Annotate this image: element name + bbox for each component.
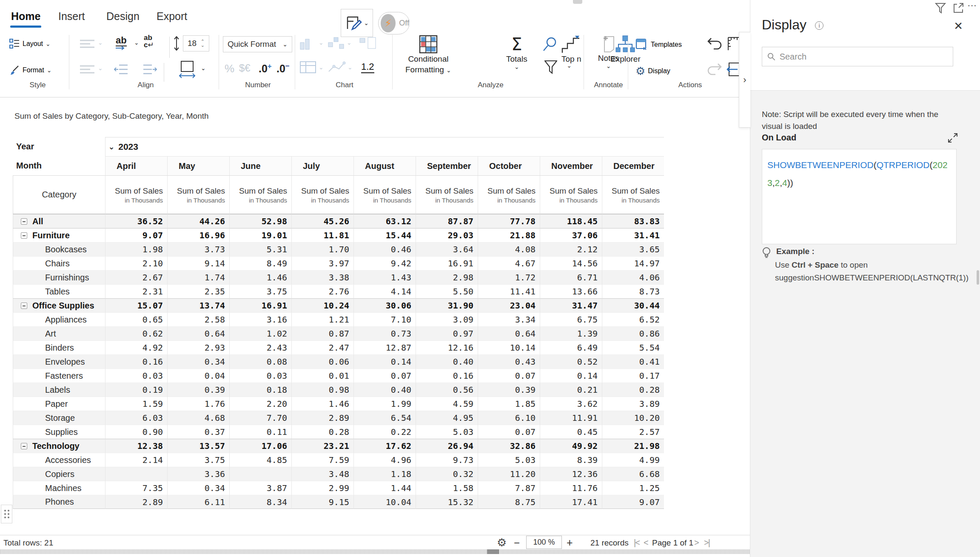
decrease-decimal-icon[interactable]: .0− — [276, 62, 290, 75]
data-cell[interactable]: 1.21 — [291, 312, 353, 326]
last-page-button[interactable]: >| — [704, 538, 709, 548]
zoom-in-button[interactable]: + — [567, 537, 573, 549]
panel-collapse-flap[interactable]: › — [739, 32, 750, 128]
data-cell[interactable]: 17.62 — [353, 439, 416, 453]
year-value-cell[interactable]: ⌄2023 — [105, 137, 664, 156]
data-cell[interactable]: 0.07 — [478, 425, 540, 439]
data-cell[interactable]: 19.01 — [229, 228, 291, 242]
data-cell[interactable]: 3.34 — [478, 312, 540, 326]
conditional-formatting-button[interactable]: Conditional Formatting ⌄ — [405, 35, 451, 75]
data-cell[interactable]: 7.10 — [353, 312, 416, 326]
data-cell[interactable]: 2.76 — [291, 284, 353, 298]
data-cell[interactable]: 5.03 — [416, 425, 478, 439]
data-cell[interactable]: 8.34 — [229, 495, 291, 509]
zoom-out-button[interactable]: − — [514, 537, 520, 549]
visual-drag-handle[interactable] — [1, 505, 12, 523]
data-cell[interactable]: 9.14 — [167, 256, 229, 270]
data-cell[interactable]: 49.92 — [540, 439, 602, 453]
data-cell[interactable]: 1.02 — [229, 326, 291, 340]
indent-increase-icon[interactable] — [142, 64, 157, 75]
row-label[interactable]: Phones — [13, 495, 105, 509]
data-cell[interactable]: 9.07 — [105, 228, 167, 242]
data-cell[interactable]: 0.73 — [353, 326, 416, 340]
data-cell[interactable]: 0.39 — [478, 383, 540, 397]
month-header[interactable]: December — [602, 156, 664, 175]
data-cell[interactable]: 11.81 — [291, 228, 353, 242]
totals-button[interactable]: Σ Totals ⌄ — [506, 35, 527, 69]
data-cell[interactable]: 1.43 — [353, 270, 416, 284]
data-cell[interactable]: 3.36 — [167, 467, 229, 481]
row-label[interactable]: Copiers — [13, 467, 105, 481]
data-cell[interactable]: 0.64 — [478, 326, 540, 340]
spinner-down-icon[interactable]: ⌄ — [201, 43, 205, 47]
data-cell[interactable]: 3.75 — [167, 453, 229, 467]
data-cell[interactable]: 0.07 — [478, 368, 540, 383]
increase-decimal-icon[interactable]: .0+ — [259, 62, 272, 75]
data-cell[interactable]: 8.73 — [602, 284, 664, 298]
cell-width-icon[interactable] — [178, 60, 197, 79]
first-page-button[interactable]: |< — [634, 538, 639, 548]
collapse-minus-icon[interactable] — [21, 232, 27, 239]
data-cell[interactable]: 0.43 — [478, 354, 540, 368]
data-cell[interactable]: 1.25 — [602, 481, 664, 495]
data-cell[interactable]: 1.44 — [353, 481, 416, 495]
data-cell[interactable]: 3.64 — [416, 242, 478, 256]
data-cell[interactable]: 6.54 — [353, 411, 416, 425]
data-cell[interactable]: 2.47 — [291, 340, 353, 354]
row-label[interactable]: Bookcases — [13, 242, 105, 256]
search-input[interactable] — [780, 52, 948, 62]
row-label[interactable]: Technology — [13, 439, 105, 453]
data-cell[interactable]: 9.42 — [353, 256, 416, 270]
data-cell[interactable]: 4.95 — [416, 411, 478, 425]
data-cell[interactable]: 17.41 — [540, 495, 602, 509]
data-cell[interactable]: 3.48 — [291, 467, 353, 481]
data-cell[interactable]: 0.90 — [105, 425, 167, 439]
data-cell[interactable]: 4.92 — [105, 340, 167, 354]
data-cell[interactable]: 6.10 — [478, 411, 540, 425]
previous-page-button[interactable]: < — [644, 538, 648, 548]
data-cell[interactable]: 3.97 — [291, 256, 353, 270]
collapse-minus-icon[interactable] — [21, 218, 27, 225]
data-cell[interactable]: 2.58 — [167, 312, 229, 326]
data-cell[interactable]: 3.89 — [602, 397, 664, 411]
data-cell[interactable]: 1.99 — [353, 397, 416, 411]
data-cell[interactable]: 4.08 — [478, 242, 540, 256]
data-cell[interactable]: 8.39 — [540, 453, 602, 467]
data-cell[interactable]: 0.52 — [540, 354, 602, 368]
templates-button[interactable]: Templates — [635, 38, 682, 51]
data-cell[interactable]: 5.54 — [602, 340, 664, 354]
row-label[interactable]: Storage — [13, 411, 105, 425]
data-cell[interactable]: 1.39 — [540, 326, 602, 340]
data-cell[interactable]: 13.57 — [167, 439, 229, 453]
month-header[interactable]: September — [416, 156, 478, 175]
data-cell[interactable]: 12.87 — [353, 340, 416, 354]
chevron-down-icon[interactable]: ⌄ — [201, 66, 206, 71]
top-n-button[interactable]: Top n — [561, 35, 581, 64]
data-cell[interactable]: 3.65 — [602, 242, 664, 256]
data-cell[interactable]: 21.98 — [602, 439, 664, 453]
data-cell[interactable] — [105, 467, 167, 481]
data-cell[interactable]: 6.75 — [540, 312, 602, 326]
collapse-minus-icon[interactable] — [21, 443, 27, 449]
data-cell[interactable]: 2.31 — [105, 284, 167, 298]
data-cell[interactable]: 3.38 — [291, 270, 353, 284]
data-cell[interactable]: 0.45 — [540, 425, 602, 439]
format-button[interactable]: Format ⌄ — [9, 65, 51, 76]
data-cell[interactable]: 16.91 — [229, 298, 291, 312]
tab-design[interactable]: Design — [106, 10, 140, 23]
data-cell[interactable]: 2.43 — [229, 340, 291, 354]
data-cell[interactable]: 6.71 — [540, 270, 602, 284]
data-cell[interactable]: 8.49 — [229, 256, 291, 270]
data-cell[interactable]: 0.11 — [229, 425, 291, 439]
table-settings-gear-icon[interactable]: ⚙ — [497, 536, 507, 549]
data-cell[interactable]: 2.20 — [229, 397, 291, 411]
data-cell[interactable]: 9.15 — [291, 495, 353, 509]
line-chart-icon[interactable] — [328, 61, 346, 74]
data-cell[interactable]: 0.14 — [353, 354, 416, 368]
layout-button[interactable]: Layout ⌄ — [9, 38, 51, 49]
redo-icon[interactable] — [707, 63, 722, 76]
chevron-down-icon[interactable]: ⌄ — [134, 40, 139, 45]
data-cell[interactable]: 15.32 — [416, 495, 478, 509]
data-cell[interactable]: 14.56 — [540, 256, 602, 270]
data-cell[interactable]: 4.06 — [602, 270, 664, 284]
